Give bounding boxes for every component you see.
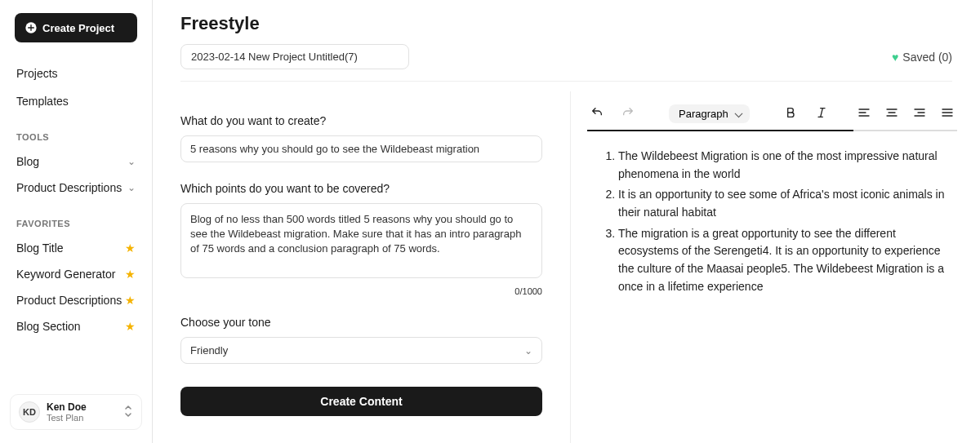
editor-content[interactable]: The Wildebeest Migration is one of the m…	[587, 148, 957, 296]
star-icon: ★	[125, 241, 136, 255]
star-icon: ★	[125, 268, 136, 281]
create-content-button[interactable]: Create Content	[180, 387, 542, 416]
editor-toolbar: Paragraph	[587, 103, 957, 131]
tone-value: Friendly	[190, 344, 228, 357]
list-item: The Wildebeest Migration is one of the m…	[618, 148, 957, 183]
saved-indicator[interactable]: ♥ Saved (0)	[892, 51, 952, 64]
editor-pane: Paragraph	[571, 91, 980, 443]
field-label-create: What do you want to create?	[180, 114, 542, 127]
tone-select[interactable]: Friendly ⌄	[180, 337, 542, 364]
create-project-label: Create Project	[42, 22, 114, 34]
nav-templates[interactable]: Templates	[0, 88, 152, 114]
sidebar: Create Project Projects Templates TOOLS …	[0, 0, 153, 443]
chevron-down-icon: ⌄	[127, 156, 136, 167]
align-left-icon	[858, 106, 871, 119]
fav-keyword-generator[interactable]: Keyword Generator ★	[0, 261, 152, 287]
fav-label: Product Descriptions	[16, 294, 122, 307]
field-label-tone: Choose your tone	[180, 316, 542, 329]
main: Freestyle ♥ Saved (0) What do you want t…	[153, 0, 980, 443]
fav-label: Blog Title	[16, 241, 64, 255]
sidebar-item-label: Product Descriptions	[16, 181, 122, 194]
chevron-down-icon: ⌄	[127, 182, 136, 193]
avatar: KD	[19, 401, 40, 423]
sidebar-item-product-descriptions[interactable]: Product Descriptions ⌄	[0, 175, 152, 201]
form-pane: What do you want to create? Which points…	[153, 91, 571, 443]
heart-icon: ♥	[892, 51, 898, 64]
paragraph-style-select[interactable]: Paragraph	[669, 104, 750, 123]
fav-label: Keyword Generator	[16, 268, 115, 281]
user-menu[interactable]: KD Ken Doe Test Plan	[10, 394, 142, 430]
create-input[interactable]	[180, 135, 542, 162]
undo-icon	[590, 106, 604, 119]
align-center-icon	[885, 106, 898, 119]
sidebar-item-blog[interactable]: Blog ⌄	[0, 148, 152, 175]
list-item: It is an opportunity to see some of Afri…	[618, 186, 957, 221]
italic-button[interactable]	[812, 103, 831, 125]
plus-circle-icon	[24, 21, 38, 34]
fav-label: Blog Section	[16, 320, 81, 333]
align-center-button[interactable]	[882, 103, 902, 125]
user-plan: Test Plan	[47, 413, 117, 423]
page-header: Freestyle ♥ Saved (0)	[153, 0, 980, 91]
field-label-points: Which points do you want to be covered?	[180, 182, 542, 195]
create-project-button[interactable]: Create Project	[15, 13, 137, 42]
user-name: Ken Doe	[47, 401, 117, 413]
points-textarea[interactable]	[180, 203, 542, 278]
redo-button[interactable]	[618, 103, 638, 125]
italic-icon	[815, 106, 828, 119]
saved-label: Saved (0)	[902, 51, 952, 64]
redo-icon	[621, 106, 635, 119]
project-name-input[interactable]	[180, 44, 409, 69]
sidebar-item-label: Blog	[16, 155, 39, 168]
fav-product-descriptions[interactable]: Product Descriptions ★	[0, 287, 152, 313]
align-left-button[interactable]	[854, 103, 874, 125]
align-justify-icon	[941, 106, 954, 119]
star-icon: ★	[125, 320, 136, 333]
undo-button[interactable]	[587, 103, 607, 125]
fav-blog-section[interactable]: Blog Section ★	[0, 313, 152, 339]
sidebar-section-favorites: FAVORITES	[0, 201, 152, 235]
bold-icon	[784, 106, 797, 119]
align-right-icon	[913, 106, 926, 119]
char-counter: 0/1000	[180, 286, 542, 296]
list-item: The migration is a great opportunity to …	[618, 225, 957, 296]
chevron-down-icon: ⌄	[524, 345, 532, 357]
align-right-button[interactable]	[910, 103, 929, 125]
bold-button[interactable]	[781, 103, 800, 125]
fav-blog-title[interactable]: Blog Title ★	[0, 235, 152, 261]
updown-icon	[123, 405, 133, 420]
page-title: Freestyle	[180, 13, 952, 34]
star-icon: ★	[125, 294, 136, 307]
divider	[180, 81, 952, 82]
align-justify-button[interactable]	[938, 103, 957, 125]
nav-projects[interactable]: Projects	[0, 60, 152, 86]
sidebar-section-tools: TOOLS	[0, 114, 152, 148]
